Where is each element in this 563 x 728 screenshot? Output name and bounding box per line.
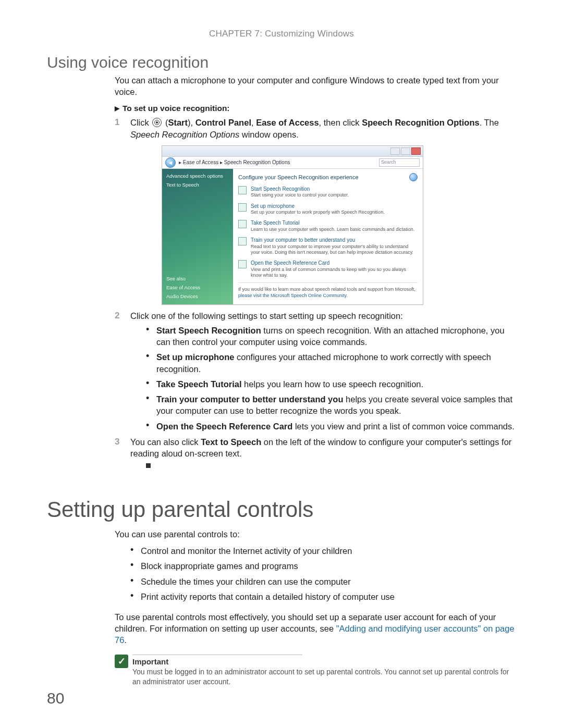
- ss-setup-icon: [238, 203, 247, 212]
- ss-max-icon: [401, 147, 410, 155]
- ss-foot-link: please visit the Microsoft Speech Online…: [238, 293, 346, 298]
- step1-prefix: Click: [130, 118, 151, 127]
- step-number: 2: [115, 310, 119, 322]
- ss-item-start: Start Speech RecognitionStart using your…: [238, 186, 418, 199]
- sep2: ,: [251, 118, 256, 127]
- ss-i2-desc: Set up your computer to work properly wi…: [251, 209, 385, 215]
- ss-item-mic: Set up microphoneSet up your computer to…: [238, 203, 418, 216]
- start-orb-icon: [152, 118, 162, 127]
- opt-tutorial: Take Speech Tutorial helps you learn how…: [146, 378, 516, 390]
- opt-tutorial-b: Take Speech Tutorial: [156, 379, 242, 389]
- section-heading-voice: Using voice recognition: [47, 54, 516, 71]
- p-item-2: Block inappropriate games and programs: [130, 560, 516, 572]
- page-number: 80: [47, 689, 64, 707]
- kw-speech-recognition-options: Speech Recognition Options: [362, 118, 480, 127]
- ss-card-icon: [238, 260, 247, 268]
- step-number: 3: [115, 436, 119, 448]
- ss-tutorial-icon: [238, 220, 247, 228]
- ss-navbar: ◄ ▸ Ease of Access ▸ Speech Recognition …: [162, 157, 423, 169]
- options-list: Start Speech Recognition turns on speech…: [146, 325, 516, 432]
- end-of-procedure-icon: [146, 463, 151, 468]
- ss-titlebar: [162, 146, 423, 157]
- steps-list: 1 Click (Start), Control Panel, Ease of …: [115, 117, 516, 471]
- step3-pre: You can also click: [130, 437, 201, 447]
- ss-side-eoa: Ease of Access: [166, 285, 229, 291]
- ss-window-buttons: [390, 147, 421, 155]
- important-body: You must be logged in to an administrato…: [132, 668, 509, 686]
- page: CHAPTER 7: Customizing Windows Using voi…: [0, 0, 563, 728]
- step1-then: , then click: [319, 118, 362, 127]
- kw-start: Start: [168, 118, 188, 127]
- step2-text: Click one of the following settings to s…: [130, 311, 403, 320]
- ss-search: Search: [379, 158, 420, 167]
- opt-train: Train your computer to better understand…: [146, 393, 516, 417]
- opt-tutorial-t: helps you learn how to use speech recogn…: [242, 379, 424, 389]
- parental-list: Control and monitor the Internet activit…: [130, 545, 516, 602]
- ss-close-icon: [411, 147, 421, 155]
- step1-end: window opens.: [239, 130, 299, 139]
- voice-intro: You can attach a microphone to your comp…: [115, 75, 516, 98]
- step-2: 2 Click one of the following settings to…: [115, 310, 516, 432]
- section-heading-parental: Setting up parental controls: [47, 497, 516, 522]
- step-number: 1: [115, 117, 119, 129]
- opt-mic-b: Set up microphone: [156, 352, 234, 362]
- ss-mic-icon: [238, 186, 247, 194]
- opt-refcard-t: lets you view and print a list of common…: [292, 422, 515, 431]
- parental-intro: You can use parental controls to:: [115, 528, 516, 540]
- check-icon: ✓: [115, 655, 128, 668]
- important-note: ✓ Important You must be logged in to an …: [115, 655, 516, 687]
- screenshot-speech-options: ◄ ▸ Ease of Access ▸ Speech Recognition …: [162, 145, 423, 305]
- kw-control-panel: Control Panel: [195, 118, 251, 127]
- p-item-3: Schedule the times your children can use…: [130, 576, 516, 587]
- window-name: Speech Recognition Options: [130, 130, 239, 139]
- parental-para: To use parental controls most effectivel…: [115, 611, 516, 646]
- opt-refcard: Open the Speech Reference Card lets you …: [146, 421, 516, 432]
- ss-min-icon: [390, 147, 400, 155]
- ss-i3-title: Take Speech Tutorial: [251, 219, 414, 227]
- kw-ease-of-access: Ease of Access: [256, 118, 319, 127]
- ss-item-refcard: Open the Speech Reference CardView and p…: [238, 260, 418, 278]
- triangle-icon: ▶: [115, 104, 119, 113]
- kw-text-to-speech: Text to Speech: [201, 437, 261, 447]
- p-para-post: .: [124, 635, 127, 645]
- ss-breadcrumb: ▸ Ease of Access ▸ Speech Recognition Op…: [179, 159, 376, 166]
- ss-sidebar: Advanced speech options Text to Speech S…: [162, 169, 233, 304]
- note-rule: [132, 655, 302, 655]
- ss-i1-desc: Start using your voice to control your c…: [251, 192, 349, 198]
- step-1: 1 Click (Start), Control Panel, Ease of …: [115, 117, 516, 304]
- ss-i1-title: Start Speech Recognition: [251, 186, 349, 193]
- ss-foot-pre: If you would like to learn more about sp…: [238, 287, 415, 292]
- p-item-1: Control and monitor the Internet activit…: [130, 545, 516, 557]
- chapter-header: CHAPTER 7: Customizing Windows: [47, 29, 516, 39]
- task-heading-text: To set up voice recognition:: [123, 104, 230, 113]
- step-3: 3 You can also click Text to Speech on t…: [115, 436, 516, 471]
- voice-body: You can attach a microphone to your comp…: [115, 75, 516, 471]
- ss-side-tts: Text to Speech: [166, 182, 229, 189]
- ss-i5-title: Open the Speech Reference Card: [251, 260, 418, 267]
- p-item-4: Print activity reports that contain a de…: [130, 591, 516, 602]
- parental-body: You can use parental controls to: Contro…: [115, 528, 516, 687]
- ss-train-icon: [238, 237, 247, 245]
- opt-train-b: Train your computer to better understand…: [156, 394, 343, 404]
- ss-i3-desc: Learn to use your computer with speech. …: [251, 227, 414, 232]
- ss-i2-title: Set up microphone: [251, 203, 385, 210]
- opt-start-b: Start Speech Recognition: [156, 326, 261, 335]
- important-title: Important: [132, 657, 168, 666]
- ss-side-seealso: See also: [166, 276, 229, 282]
- ss-i4-title: Train your computer to better understand…: [251, 237, 418, 244]
- step1-dot: . The: [480, 118, 499, 127]
- ss-main-heading: Configure your Speech Recognition experi…: [238, 174, 359, 181]
- ss-footer: If you would like to learn more about sp…: [238, 282, 418, 299]
- ss-side-audio: Audio Devices: [166, 293, 229, 300]
- task-heading: ▶To set up voice recognition:: [115, 103, 516, 114]
- ss-body: Advanced speech options Text to Speech S…: [162, 169, 423, 304]
- ss-main: Configure your Speech Recognition experi…: [233, 169, 423, 304]
- opt-refcard-b: Open the Speech Reference Card: [156, 422, 292, 431]
- ss-back-icon: ◄: [165, 157, 176, 168]
- ss-i5-desc: View and print a list of common commands…: [251, 267, 418, 279]
- ss-i4-desc: Read text to your computer to improve yo…: [251, 244, 418, 256]
- opt-start: Start Speech Recognition turns on speech…: [146, 325, 516, 348]
- opt-mic: Set up microphone configures your attach…: [146, 351, 516, 375]
- ss-item-train: Train your computer to better understand…: [238, 237, 418, 255]
- ss-item-tutorial: Take Speech TutorialLearn to use your co…: [238, 219, 418, 232]
